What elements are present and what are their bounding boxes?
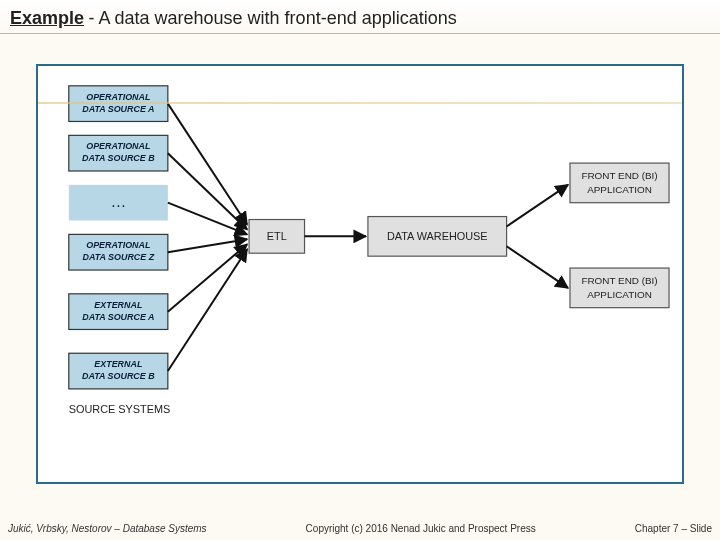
title-rest: - A data warehouse with front-end applic… — [89, 8, 457, 28]
svg-text:DATA SOURCE Z: DATA SOURCE Z — [83, 252, 155, 262]
svg-text:EXTERNAL: EXTERNAL — [94, 359, 142, 369]
svg-text:OPERATIONAL: OPERATIONAL — [86, 92, 150, 102]
source-box-op-z: OPERATIONAL DATA SOURCE Z — [69, 234, 168, 270]
svg-text:APPLICATION: APPLICATION — [587, 289, 652, 300]
source-section-label: SOURCE SYSTEMS — [69, 403, 171, 415]
arrow-dw-to-fe1 — [507, 185, 568, 227]
svg-text:ETL: ETL — [267, 230, 287, 242]
frontend-box-2: FRONT END (BI) APPLICATION — [570, 268, 669, 308]
footer-mid: Copyright (c) 2016 Nenad Jukic and Prosp… — [306, 523, 536, 534]
svg-text:OPERATIONAL: OPERATIONAL — [86, 240, 150, 250]
slide-title: Example - A data warehouse with front-en… — [0, 0, 720, 34]
source-box-op-b: OPERATIONAL DATA SOURCE B — [69, 135, 168, 171]
slide-footer: Jukić, Vrbsky, Nestorov – Database Syste… — [0, 523, 720, 534]
arrow-dw-to-fe2 — [507, 246, 568, 288]
etl-box: ETL — [249, 220, 304, 254]
svg-text:DATA SOURCE B: DATA SOURCE B — [82, 371, 155, 381]
svg-text:APPLICATION: APPLICATION — [587, 184, 652, 195]
source-box-op-a: OPERATIONAL DATA SOURCE A — [69, 86, 168, 122]
svg-text:DATA SOURCE A: DATA SOURCE A — [82, 104, 154, 114]
frontend-box-1: FRONT END (BI) APPLICATION — [570, 163, 669, 203]
title-strong: Example — [10, 8, 84, 28]
svg-text:DATA WAREHOUSE: DATA WAREHOUSE — [387, 230, 488, 242]
footer-left: Jukić, Vrbsky, Nestorov – Database Syste… — [8, 523, 207, 534]
svg-text:DATA SOURCE A: DATA SOURCE A — [82, 312, 154, 322]
source-box-ext-a: EXTERNAL DATA SOURCE A — [69, 294, 168, 330]
svg-text:OPERATIONAL: OPERATIONAL — [86, 141, 150, 151]
svg-text:FRONT END (BI): FRONT END (BI) — [581, 170, 657, 181]
footer-right: Chapter 7 – Slide — [635, 523, 712, 534]
svg-text:DATA SOURCE B: DATA SOURCE B — [82, 153, 155, 163]
source-column: OPERATIONAL DATA SOURCE A OPERATIONAL DA… — [69, 86, 171, 415]
svg-text:EXTERNAL: EXTERNAL — [94, 300, 142, 310]
svg-text:…: … — [110, 193, 126, 210]
source-box-dots: … — [69, 185, 168, 221]
source-box-ext-b: EXTERNAL DATA SOURCE B — [69, 353, 168, 389]
data-warehouse-box: DATA WAREHOUSE — [368, 217, 507, 257]
diagram-canvas: OPERATIONAL DATA SOURCE A OPERATIONAL DA… — [36, 64, 684, 484]
arrows-sources-to-etl — [168, 104, 247, 371]
svg-text:FRONT END (BI): FRONT END (BI) — [581, 275, 657, 286]
